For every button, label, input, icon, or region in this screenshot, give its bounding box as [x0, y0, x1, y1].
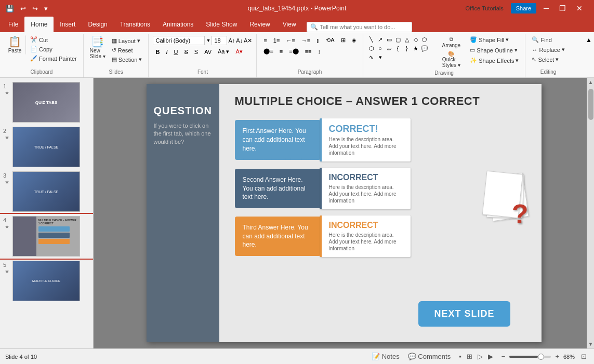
- help-search[interactable]: 🔍: [307, 22, 412, 32]
- text-direction-button[interactable]: ⟲A: [323, 36, 337, 45]
- decrease-font-icon[interactable]: A↓: [236, 37, 243, 44]
- undo-icon[interactable]: ↩: [19, 4, 28, 14]
- align-right-button[interactable]: ≡⬤: [286, 47, 301, 56]
- shape-hexagon[interactable]: ⬡: [367, 44, 376, 52]
- scroll-down-arrow[interactable]: ▼: [587, 340, 594, 348]
- slide-sorter-icon[interactable]: ⊞: [465, 352, 474, 361]
- underline-button[interactable]: U: [171, 48, 180, 56]
- shape-parallelogram[interactable]: ▱: [385, 44, 393, 52]
- replace-button[interactable]: ↔ Replace ▾: [530, 45, 566, 54]
- collapse-icon[interactable]: ▲: [586, 36, 592, 44]
- shape-callout[interactable]: 💬: [420, 44, 429, 52]
- slideshow-icon[interactable]: ▶: [486, 352, 495, 361]
- slide-item-2[interactable]: 2 ★ TRUE / FALSE: [0, 125, 93, 169]
- justify-button[interactable]: ≡≡: [302, 47, 314, 56]
- scroll-up-arrow[interactable]: ▲: [587, 78, 594, 87]
- italic-button[interactable]: I: [163, 48, 170, 56]
- select-button[interactable]: ↖ Select ▾: [530, 55, 561, 64]
- tab-view[interactable]: View: [276, 17, 302, 32]
- tab-transitions[interactable]: Transitions: [114, 17, 156, 32]
- layout-button[interactable]: ▦ Layout ▾: [110, 36, 144, 45]
- shape-pentagon[interactable]: ⬠: [420, 35, 429, 44]
- shape-star[interactable]: ★: [412, 44, 420, 52]
- close-button[interactable]: ✕: [573, 3, 586, 14]
- zoom-slider[interactable]: [509, 356, 551, 358]
- columns-button[interactable]: ⫿: [314, 36, 322, 45]
- customize-qat-icon[interactable]: ▾: [43, 4, 49, 14]
- shape-effects-button[interactable]: ✨ Shape Effects ▾: [468, 56, 521, 65]
- slide-item-1[interactable]: 1 ★ QUIZ TABS: [0, 80, 93, 125]
- increase-indent-button[interactable]: →≡: [299, 36, 313, 45]
- slide-item-5[interactable]: 5 ★ MULTIPLE CHOICE: [0, 259, 93, 303]
- answer-box-1[interactable]: First Answer Here. You can add additiona…: [235, 120, 321, 159]
- slide-item-3[interactable]: 3 ★ TRUE / FALSE: [0, 169, 93, 214]
- strikethrough-button[interactable]: S: [181, 48, 190, 56]
- copy-button[interactable]: 📄 Copy: [28, 45, 79, 53]
- align-left-button[interactable]: ⬤≡: [261, 47, 275, 56]
- restore-button[interactable]: ❐: [556, 3, 569, 14]
- reading-view-icon[interactable]: ▷: [476, 352, 485, 361]
- notes-button[interactable]: 📝 Notes: [369, 352, 402, 361]
- align-text-button[interactable]: ⊞: [338, 36, 348, 45]
- bold-button[interactable]: B: [153, 48, 162, 56]
- decrease-indent-button[interactable]: ←≡: [283, 36, 297, 45]
- normal-view-icon[interactable]: ▪: [457, 352, 464, 361]
- redo-icon[interactable]: ↪: [31, 4, 39, 14]
- zoom-thumb[interactable]: [538, 354, 544, 360]
- answer-box-3[interactable]: Third Answer Here. You can add additiona…: [235, 217, 321, 256]
- shape-more[interactable]: ▾: [376, 53, 385, 61]
- tab-slideshow[interactable]: Slide Show: [200, 17, 243, 32]
- new-slide-button[interactable]: 📑 NewSlide ▾: [88, 35, 108, 60]
- next-slide-button[interactable]: NEXT SLIDE: [418, 301, 510, 327]
- font-size-input[interactable]: [212, 36, 227, 45]
- tab-animations[interactable]: Animations: [156, 17, 200, 32]
- numbering-button[interactable]: 1≡: [271, 36, 283, 45]
- find-button[interactable]: 🔍 Find: [530, 35, 553, 44]
- shape-outline-button[interactable]: ▭ Shape Outline ▾: [468, 46, 521, 55]
- shape-diamond[interactable]: ◇: [412, 35, 420, 44]
- minimize-button[interactable]: ─: [540, 3, 552, 14]
- increase-font-icon[interactable]: A↑: [228, 37, 235, 44]
- reset-button[interactable]: ↺ Reset: [110, 46, 144, 55]
- arrange-button[interactable]: ⧉ Arrange: [439, 35, 464, 49]
- paste-button[interactable]: 📋 Paste: [4, 35, 26, 55]
- scroll-thumb[interactable]: [588, 89, 593, 120]
- shape-brace[interactable]: }: [403, 44, 411, 52]
- shape-triangle[interactable]: △: [403, 35, 411, 44]
- save-icon[interactable]: 💾: [4, 4, 16, 14]
- section-button[interactable]: ▤ Section ▾: [110, 55, 144, 64]
- shape-line[interactable]: ╲: [367, 35, 376, 44]
- tab-file[interactable]: File: [2, 17, 24, 32]
- change-case-button[interactable]: Aa ▾: [215, 47, 232, 56]
- zoom-out-icon[interactable]: −: [499, 352, 508, 361]
- line-spacing-button[interactable]: ↕: [315, 47, 324, 56]
- slide-item-4[interactable]: 4 ★ MULTIPLE CHOICE – ANSWER 1 CORRECT: [0, 214, 93, 259]
- shadow-button[interactable]: S: [192, 48, 201, 56]
- quick-styles-button[interactable]: 🎨 QuickStyles ▾: [439, 50, 464, 69]
- font-color-button[interactable]: A▾: [233, 47, 245, 56]
- align-center-button[interactable]: ≡: [277, 47, 285, 56]
- share-button[interactable]: Share: [511, 3, 536, 14]
- character-spacing-button[interactable]: AV: [202, 48, 214, 56]
- tab-design[interactable]: Design: [82, 17, 113, 32]
- ribbon-collapse[interactable]: ▲: [584, 34, 594, 77]
- fit-window-icon[interactable]: ⊡: [579, 352, 589, 361]
- shape-rect[interactable]: ▭: [385, 35, 393, 44]
- shape-round-rect[interactable]: ▢: [394, 35, 402, 44]
- smartart-button[interactable]: ◈: [349, 36, 359, 45]
- shape-bracket[interactable]: {: [394, 44, 402, 52]
- shape-curve[interactable]: ∿: [367, 53, 376, 61]
- help-search-input[interactable]: [320, 24, 408, 30]
- format-painter-button[interactable]: 🖌️ Format Painter: [28, 54, 79, 63]
- clear-format-icon[interactable]: A✕: [244, 37, 252, 44]
- comments-button[interactable]: 💬 Comments: [406, 352, 453, 361]
- font-name-input[interactable]: [153, 36, 205, 45]
- tab-insert[interactable]: Insert: [54, 17, 82, 32]
- office-tutorials-link[interactable]: Office Tutorials: [463, 3, 507, 14]
- font-name-dropdown-icon[interactable]: ▼: [206, 38, 210, 43]
- answer-box-2[interactable]: Second Answer Here. You can add addition…: [235, 169, 321, 208]
- zoom-in-icon[interactable]: +: [553, 352, 561, 361]
- shape-oval[interactable]: ○: [376, 44, 385, 52]
- vertical-scrollbar[interactable]: ▲ ▼: [587, 78, 594, 348]
- tab-home[interactable]: Home: [24, 17, 54, 32]
